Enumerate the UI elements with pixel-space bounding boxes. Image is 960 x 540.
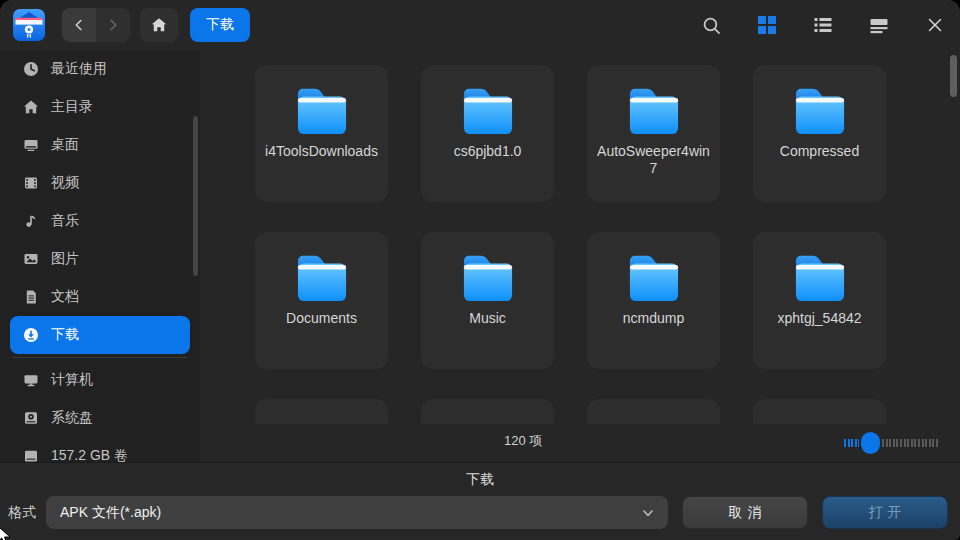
folder-icon <box>623 85 685 137</box>
slider-thumb[interactable] <box>861 432 880 454</box>
folder-name: ncmdump <box>615 310 692 327</box>
home-icon <box>23 99 39 115</box>
folder-name: AutoSweeper4win7 <box>587 143 720 177</box>
folder-tile-partial[interactable] <box>753 399 886 424</box>
music-note-icon <box>23 213 39 229</box>
sidebar-scrollbar[interactable] <box>193 116 198 276</box>
chevron-right-icon <box>104 16 122 34</box>
drive-icon <box>23 448 39 464</box>
clock-icon <box>23 61 39 77</box>
folder-tile[interactable]: i4ToolsDownloads <box>255 65 388 202</box>
sidebar-item-home[interactable]: 主目录 <box>10 88 190 126</box>
sidebar-item-recent[interactable]: 最近使用 <box>10 50 190 88</box>
film-icon <box>23 175 39 191</box>
back-button[interactable] <box>62 8 96 42</box>
sidebar-item-label: 计算机 <box>51 371 93 389</box>
open-label: 打开 <box>869 504 907 522</box>
list-view-icon <box>813 15 833 35</box>
sidebar-item-desktop[interactable]: 桌面 <box>10 126 190 164</box>
folder-tile[interactable]: AutoSweeper4win7 <box>587 65 720 202</box>
download-icon <box>23 327 39 343</box>
breadcrumb-current-folder[interactable]: 下载 <box>190 8 250 42</box>
folder-tile-partial[interactable] <box>255 399 388 424</box>
folder-tile[interactable]: Music <box>421 232 554 369</box>
folder-name: xphtgj_54842 <box>769 310 869 327</box>
item-count: 120 项 <box>504 432 542 450</box>
folder-tile[interactable]: xphtgj_54842 <box>753 232 886 369</box>
folder-icon <box>457 85 519 137</box>
home-icon <box>150 16 168 34</box>
file-dialog-window: 下载 <box>0 0 960 540</box>
close-icon <box>925 15 945 35</box>
sidebar-item-system-disk[interactable]: 系统盘 <box>10 399 190 437</box>
folder-tile-partial[interactable] <box>421 399 554 424</box>
folder-icon <box>623 252 685 304</box>
search-button[interactable] <box>700 14 722 36</box>
file-format-value: APK 文件(*.apk) <box>60 504 640 522</box>
folder-name: Documents <box>278 310 365 327</box>
sidebar-item-label: 桌面 <box>51 136 79 154</box>
sidebar-item-volume[interactable]: 157.2 GB 卷 <box>10 437 190 475</box>
folder-name: i4ToolsDownloads <box>257 143 386 160</box>
folder-name: Music <box>461 310 514 327</box>
forward-button[interactable] <box>96 8 130 42</box>
grid-view-icon <box>757 15 777 35</box>
sidebar: 最近使用 主目录 桌面 <box>0 50 200 462</box>
folder-tile[interactable]: Documents <box>255 232 388 369</box>
folder-icon <box>291 85 353 137</box>
document-icon <box>23 289 39 305</box>
cancel-label: 取消 <box>729 504 767 522</box>
folder-grid: i4ToolsDownloads cs6pjbd1.0 AutoSweeper4… <box>200 50 960 424</box>
folder-tile-partial[interactable] <box>587 399 720 424</box>
sidebar-item-label: 系统盘 <box>51 409 93 427</box>
sidebar-item-label: 图片 <box>51 250 79 268</box>
sidebar-item-documents[interactable]: 文档 <box>10 278 190 316</box>
content-scrollbar[interactable] <box>950 55 957 97</box>
sidebar-item-label: 视频 <box>51 174 79 192</box>
detail-view-button[interactable] <box>868 14 890 36</box>
chevron-down-icon <box>640 505 656 521</box>
open-button[interactable]: 打开 <box>822 496 948 529</box>
detail-view-icon <box>869 15 889 35</box>
folder-name: Compressed <box>772 143 867 160</box>
close-window-button[interactable] <box>924 14 946 36</box>
sidebar-item-downloads[interactable]: 下载 <box>10 316 190 354</box>
list-view-button[interactable] <box>812 14 834 36</box>
folder-icon <box>789 85 851 137</box>
sidebar-item-label: 157.2 GB 卷 <box>51 447 128 465</box>
file-format-select[interactable]: APK 文件(*.apk) <box>46 496 668 529</box>
home-button[interactable] <box>140 8 178 42</box>
sidebar-separator <box>12 357 188 358</box>
sidebar-item-label: 下载 <box>51 326 79 344</box>
folder-tile[interactable]: Compressed <box>753 65 886 202</box>
statusbar: 120 项 <box>200 424 960 462</box>
chevron-left-icon <box>70 16 88 34</box>
grid-view-button[interactable] <box>756 14 778 36</box>
folder-icon <box>291 252 353 304</box>
folder-view: i4ToolsDownloads cs6pjbd1.0 AutoSweeper4… <box>200 50 960 462</box>
sidebar-item-music[interactable]: 音乐 <box>10 202 190 240</box>
folder-name: cs6pjbd1.0 <box>446 143 530 160</box>
file-manager-app-icon <box>12 8 46 42</box>
folder-icon <box>457 252 519 304</box>
icon-size-slider[interactable] <box>844 432 940 454</box>
desktop-icon <box>23 137 39 153</box>
sidebar-item-label: 音乐 <box>51 212 79 230</box>
sidebar-item-videos[interactable]: 视频 <box>10 164 190 202</box>
search-icon <box>701 15 722 36</box>
format-label: 格式 <box>8 504 36 522</box>
titlebar: 下载 <box>0 0 960 50</box>
sidebar-item-computer[interactable]: 计算机 <box>10 361 190 399</box>
computer-icon <box>23 372 39 388</box>
slider-ticks-left <box>844 439 859 447</box>
mouse-cursor <box>0 526 13 540</box>
folder-icon <box>789 252 851 304</box>
folder-tile[interactable]: ncmdump <box>587 232 720 369</box>
sidebar-item-pictures[interactable]: 图片 <box>10 240 190 278</box>
sidebar-item-label: 最近使用 <box>51 60 107 78</box>
slider-ticks-right <box>882 439 940 447</box>
nav-pill <box>62 8 130 42</box>
cancel-button[interactable]: 取消 <box>682 496 808 529</box>
folder-tile[interactable]: cs6pjbd1.0 <box>421 65 554 202</box>
disk-icon <box>23 410 39 426</box>
